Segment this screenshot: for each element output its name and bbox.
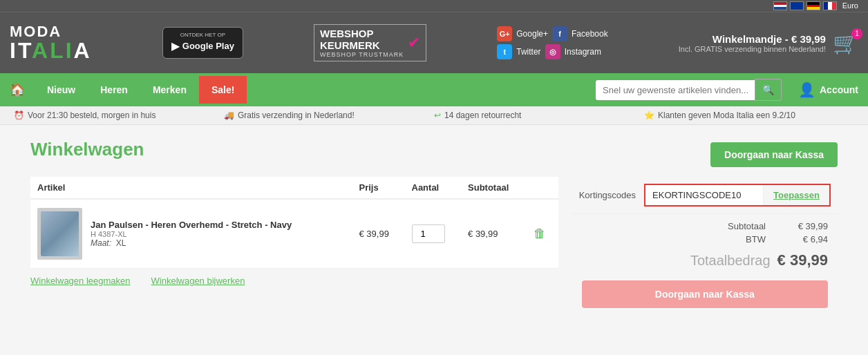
return-icon: ↩	[434, 111, 441, 120]
google-play-badge[interactable]: ONTDEK HET OP ▶ Google Play	[162, 27, 243, 58]
subtotaal-value: € 39,99	[786, 221, 828, 231]
social-links: G+ Google+ f Facebook t Twitter ◎ Instag…	[497, 26, 607, 59]
info-delivery-text: Voor 21:30 besteld, morgen in huis	[28, 111, 155, 120]
kortingscode-section: Kortingscodes Toepassen	[572, 177, 838, 214]
product-name: Jan Paulsen - Heren Overhemd - Stretch -…	[91, 220, 292, 230]
logo-italia: ITALIA	[10, 39, 92, 61]
account-icon: 👤	[798, 81, 815, 98]
btw-value: € 6,94	[786, 234, 828, 244]
flag-fr[interactable]	[823, 1, 837, 10]
account-label: Account	[820, 84, 858, 95]
wk-title2: KEURMERK	[320, 39, 404, 51]
info-item-delivery: ⏰ Voor 21:30 besteld, morgen in huis	[14, 111, 224, 120]
delete-cell[interactable]: 🗑	[527, 199, 558, 269]
cart-left: Artikel Prijs Aantal Subtotaal	[30, 177, 558, 286]
product-price: € 39,99	[352, 199, 405, 269]
btw-label: BTW	[746, 234, 766, 244]
site-logo[interactable]: MODA ITALIA	[10, 24, 92, 61]
product-sku: H 4387-XL	[91, 230, 292, 238]
info-item-rating: ⭐ Klanten geven Moda Italia een 9.2/10	[644, 111, 854, 120]
col-prijs: Prijs	[352, 177, 405, 199]
clock-icon: ⏰	[14, 111, 24, 120]
totaalbedrag-value: € 39,99	[777, 251, 828, 269]
product-image	[37, 208, 82, 260]
info-item-shipping: 🚚 Gratis verzending in Nederland!	[224, 111, 434, 120]
col-aantal: Aantal	[405, 177, 462, 199]
gplus-icon[interactable]: G+	[497, 26, 512, 41]
page-title: Winkelwagen	[30, 139, 144, 160]
logo-moda: MODA	[10, 24, 92, 39]
qty-input[interactable]	[412, 224, 445, 243]
truck-icon: 🚚	[224, 111, 234, 120]
nav-bar: 🏠 Nieuw Heren Merken Sale! 🔍 👤 Account	[0, 73, 868, 106]
nav-item-merken[interactable]: Merken	[140, 76, 199, 104]
cart-header-row: Winkelwagen Doorgaan naar Kassa	[30, 139, 838, 170]
info-item-return: ↩ 14 dagen retourrecht	[434, 111, 644, 120]
twitter-icon[interactable]: t	[497, 44, 512, 59]
info-shipping-text: Gratis verzending in Nederland!	[238, 111, 355, 120]
maat-label: Maat:	[91, 238, 111, 248]
wk-title1: WEBSHOP	[320, 28, 404, 39]
subtotaal-label: Subtotaal	[728, 221, 766, 231]
totaalbedrag-row: Totaalbedrag € 39,99	[582, 251, 828, 269]
subtotaal-row: Subtotaal € 39,99	[582, 221, 828, 231]
play-icon: ▶	[171, 39, 180, 54]
cart-table: Artikel Prijs Aantal Subtotaal	[30, 177, 558, 269]
social-row-gplus[interactable]: G+ Google+ f Facebook	[497, 26, 607, 41]
flag-uk[interactable]	[790, 1, 804, 10]
bijwerken-link[interactable]: Winkelwagen bijwerken	[151, 276, 245, 286]
facebook-icon[interactable]: f	[552, 26, 567, 41]
gp-discover-label: ONTDEK HET OP	[171, 32, 234, 39]
wk-sub: WEBSHOP TRUSTMARK	[320, 51, 404, 58]
toepassen-button[interactable]: Toepassen	[763, 185, 829, 205]
currency-label[interactable]: Euro	[842, 1, 858, 10]
nav-item-nieuw[interactable]: Nieuw	[35, 76, 88, 104]
nav-account[interactable]: 👤 Account	[789, 73, 868, 106]
star-icon: ⭐	[644, 111, 654, 120]
kortingscode-label: Kortingscodes	[579, 190, 636, 200]
wk-check-icon: ✔	[408, 34, 420, 52]
product-subtotal: € 39,99	[461, 199, 527, 269]
cart-icon-wrap[interactable]: 🛒 1	[833, 31, 858, 55]
nav-search-area: 🔍	[596, 79, 789, 101]
cart-info: Winkelmandje - € 39,99 Incl. GRATIS verz…	[679, 33, 826, 53]
cart-shipping: Incl. GRATIS verzending binnen Nederland…	[679, 45, 826, 53]
totals-section: Subtotaal € 39,99 BTW € 6,94 Totaalbedra…	[572, 214, 838, 315]
main-content: Winkelwagen Doorgaan naar Kassa Artikel …	[19, 125, 849, 329]
totaalbedrag-label: Totaalbedrag	[690, 253, 771, 269]
twitter-label: Twitter	[516, 47, 540, 57]
nav-item-heren[interactable]: Heren	[88, 76, 140, 104]
cart-links: Winkelwagen leegmaken Winkelwagen bijwer…	[30, 276, 558, 286]
col-actions	[527, 177, 558, 199]
flag-nl[interactable]	[773, 1, 787, 10]
flag-de[interactable]	[806, 1, 820, 10]
social-row-tw[interactable]: t Twitter ◎ Instagram	[497, 44, 607, 59]
instagram-icon[interactable]: ◎	[545, 44, 560, 59]
gplus-label: Google+	[516, 29, 548, 39]
info-rating-text: Klanten geven Moda Italia een 9.2/10	[658, 111, 795, 120]
search-button[interactable]: 🔍	[755, 79, 782, 101]
info-bar: ⏰ Voor 21:30 besteld, morgen in huis 🚚 G…	[0, 106, 868, 125]
flag-language-row: Euro	[0, 0, 868, 12]
delete-icon[interactable]: 🗑	[534, 227, 546, 240]
product-cell: Jan Paulsen - Heren Overhemd - Stretch -…	[30, 199, 352, 269]
col-subtotaal: Subtotaal	[461, 177, 527, 199]
nav-sale[interactable]: Sale!	[199, 76, 247, 104]
facebook-label: Facebook	[572, 29, 608, 39]
top-bar: MODA ITALIA ONTDEK HET OP ▶ Google Play …	[0, 12, 868, 73]
webshop-keurmerk[interactable]: WEBSHOP KEURMERK WEBSHOP TRUSTMARK ✔	[314, 24, 426, 61]
checkout-top-button[interactable]: Doorgaan naar Kassa	[710, 142, 838, 167]
table-row: Jan Paulsen - Heren Overhemd - Stretch -…	[30, 199, 558, 269]
cart-area[interactable]: Winkelmandje - € 39,99 Incl. GRATIS verz…	[679, 31, 858, 55]
leegmaken-link[interactable]: Winkelwagen leegmaken	[30, 276, 131, 286]
search-input[interactable]	[596, 80, 755, 100]
kortingscode-wrapper: Toepassen	[644, 184, 831, 207]
checkout-bottom-button[interactable]: Doorgaan naar Kassa	[582, 280, 828, 308]
nav-home-button[interactable]: 🏠	[0, 74, 35, 106]
kortingscode-input[interactable]	[645, 185, 763, 205]
maat-value: XL	[116, 238, 126, 248]
instagram-label: Instagram	[565, 47, 601, 57]
cart-title: Winkelmandje - € 39,99	[679, 33, 826, 45]
col-artikel: Artikel	[30, 177, 352, 199]
btw-row: BTW € 6,94	[582, 234, 828, 244]
